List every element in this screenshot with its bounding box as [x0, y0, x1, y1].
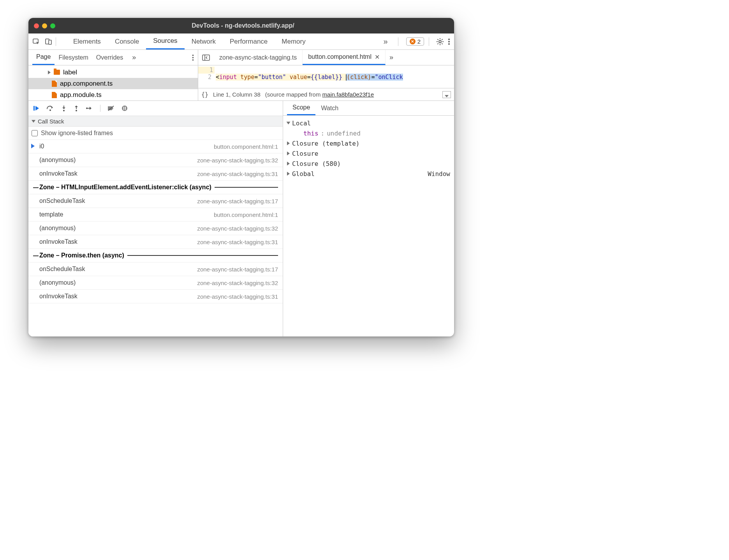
scope-property[interactable]: this: undefined: [287, 128, 450, 138]
stack-frame[interactable]: templatebutton.component.html:1: [28, 208, 283, 222]
error-count: 2: [417, 38, 421, 45]
step-icon[interactable]: [86, 106, 93, 111]
folder-icon: [54, 70, 60, 75]
editor-body[interactable]: 1 2 <input type="button" value={{label}}…: [198, 65, 454, 88]
show-ignore-checkbox[interactable]: [32, 130, 38, 136]
stack-frame[interactable]: onScheduleTaskzone-async-stack-tagging.t…: [28, 194, 283, 208]
coverage-toggle-icon[interactable]: [442, 91, 451, 98]
frame-name: (anonymous): [39, 279, 76, 286]
line-gutter: 1 2: [198, 65, 215, 88]
svg-point-16: [192, 57, 194, 58]
scope-group[interactable]: Closure (template): [287, 138, 450, 148]
pretty-print-icon[interactable]: {}: [201, 91, 208, 98]
call-stack-header[interactable]: Call Stack: [28, 116, 283, 127]
panel-tab-sources[interactable]: Sources: [146, 33, 184, 49]
resume-icon[interactable]: [33, 105, 39, 111]
collapse-icon: [32, 120, 35, 123]
main-panel-tabs: ElementsConsoleSourcesNetworkPerformance…: [66, 33, 384, 49]
svg-point-14: [448, 43, 450, 45]
svg-rect-2: [49, 40, 51, 44]
frame-location: zone-async-stack-tagging.ts:32: [197, 280, 278, 286]
svg-point-3: [439, 41, 441, 43]
source-map-link[interactable]: main.fa8bfa0e23f1e: [322, 91, 374, 98]
frame-location: zone-async-stack-tagging.ts:31: [197, 293, 278, 300]
scope-group[interactable]: Local: [287, 118, 450, 128]
navigator-tab-overrides[interactable]: Overrides: [92, 50, 127, 65]
kebab-menu-icon[interactable]: [448, 38, 450, 46]
navigator-pane: PageFilesystemOverrides » labelapp.compo…: [28, 50, 198, 100]
tree-label: app.module.ts: [60, 91, 102, 99]
step-into-icon[interactable]: [61, 105, 67, 111]
panel-tab-console[interactable]: Console: [108, 33, 146, 49]
error-count-badge[interactable]: ✕ 2: [406, 37, 424, 46]
panel-tab-elements[interactable]: Elements: [66, 33, 108, 49]
source-map-info: (source mapped from main.fa8bfa0e23f1e: [265, 91, 374, 98]
file-tree[interactable]: labelapp.component.tsapp.module.tsenviro…: [28, 65, 198, 100]
scope-value: Window: [428, 170, 450, 178]
stack-frame[interactable]: (anonymous)zone-async-stack-tagging.ts:3…: [28, 153, 283, 167]
step-over-icon[interactable]: [46, 105, 54, 111]
svg-line-10: [438, 43, 438, 44]
scope-tab-scope[interactable]: Scope: [287, 101, 315, 115]
svg-point-27: [86, 107, 88, 109]
code-content[interactable]: <input type="button" value={{label}} (cl…: [215, 65, 454, 88]
more-panels-toggle[interactable]: »: [384, 37, 388, 46]
frame-name: onInvokeTask: [39, 293, 77, 300]
svg-line-11: [442, 39, 442, 40]
stack-frame[interactable]: (anonymous)zone-async-stack-tagging.ts:3…: [28, 222, 283, 235]
error-icon: ✕: [410, 39, 416, 44]
expand-icon: [287, 172, 290, 176]
stack-frame[interactable]: (anonymous)zone-async-stack-tagging.ts:3…: [28, 276, 283, 290]
editor-pane: zone-async-stack-tagging.tsbutton.compon…: [198, 50, 454, 100]
step-out-icon[interactable]: [74, 105, 79, 111]
panel-tab-network[interactable]: Network: [185, 33, 223, 49]
editor-tab-label: button.component.html: [308, 53, 372, 60]
stack-frame[interactable]: onInvokeTaskzone-async-stack-tagging.ts:…: [28, 167, 283, 181]
tree-folder[interactable]: label: [28, 67, 198, 78]
navigator-more-icon[interactable]: »: [132, 53, 136, 62]
settings-gear-icon[interactable]: [436, 38, 444, 46]
scope-label: Closure (template): [292, 140, 359, 147]
scope-pane: ScopeWatch Localthis: undefinedClosure (…: [283, 101, 454, 336]
scope-group[interactable]: Closure (580): [287, 158, 450, 169]
close-tab-icon[interactable]: ✕: [375, 53, 380, 61]
frame-location: zone-async-stack-tagging.ts:17: [197, 266, 278, 273]
show-ignore-listed-row[interactable]: Show ignore-listed frames: [28, 127, 283, 140]
call-stack-pane: Call Stack Show ignore-listed frames i0b…: [28, 101, 283, 336]
stack-frame[interactable]: onInvokeTaskzone-async-stack-tagging.ts:…: [28, 235, 283, 249]
stack-frame[interactable]: onInvokeTaskzone-async-stack-tagging.ts:…: [28, 290, 283, 303]
toggle-navigator-icon[interactable]: [198, 55, 214, 61]
scope-body[interactable]: Localthis: undefinedClosure (template)Cl…: [283, 116, 454, 336]
svg-rect-20: [33, 106, 35, 111]
call-stack-list: i0button.component.html:1(anonymous)zone…: [28, 140, 283, 336]
tree-file[interactable]: app.module.ts: [28, 89, 198, 100]
window-title: DevTools - ng-devtools.netlify.app/: [37, 22, 449, 29]
svg-point-13: [448, 41, 450, 42]
async-boundary: Zone – Promise.then (async): [28, 249, 283, 262]
tree-file[interactable]: app.component.ts: [28, 78, 198, 89]
pause-exceptions-icon[interactable]: [122, 105, 128, 111]
scope-tab-watch[interactable]: Watch: [315, 101, 344, 115]
panel-tab-performance[interactable]: Performance: [223, 33, 275, 49]
navigator-tab-page[interactable]: Page: [32, 50, 55, 65]
editor-tab[interactable]: button.component.html✕: [303, 50, 386, 65]
expand-icon: [287, 141, 290, 145]
stack-frame[interactable]: i0button.component.html:1: [28, 140, 283, 153]
panel-tab-memory[interactable]: Memory: [275, 33, 312, 49]
frame-location: zone-async-stack-tagging.ts:32: [197, 157, 278, 164]
editor-more-tabs-icon[interactable]: »: [386, 53, 397, 62]
file-icon: [52, 92, 57, 98]
scope-group[interactable]: Closure: [287, 148, 450, 158]
scope-group[interactable]: GlobalWindow: [287, 169, 450, 179]
navigator-tab-filesystem[interactable]: Filesystem: [55, 50, 92, 65]
editor-tab[interactable]: zone-async-stack-tagging.ts: [214, 50, 303, 65]
expand-icon: [48, 70, 51, 74]
cursor-location: Line 1, Column 38: [213, 91, 261, 98]
frame-name: onInvokeTask: [39, 170, 77, 177]
frame-location: zone-async-stack-tagging.ts:31: [197, 171, 278, 177]
deactivate-breakpoints-icon[interactable]: [107, 105, 114, 111]
inspect-icon[interactable]: [32, 38, 40, 46]
device-toggle-icon[interactable]: [45, 38, 53, 46]
stack-frame[interactable]: onScheduleTaskzone-async-stack-tagging.t…: [28, 262, 283, 276]
navigator-kebab-icon[interactable]: [192, 54, 194, 61]
